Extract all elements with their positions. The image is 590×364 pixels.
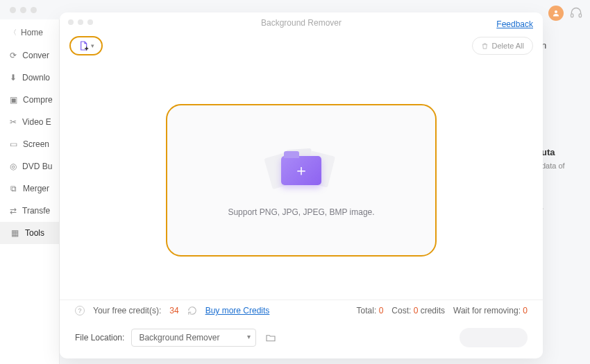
help-icon[interactable]: ? xyxy=(75,306,85,315)
svg-rect-1 xyxy=(571,14,573,17)
credits-label: Your free credit(s): xyxy=(93,306,161,315)
sidebar-item-screen[interactable]: ▭Screen xyxy=(0,133,59,155)
background-fragments: n uta data of . xyxy=(541,40,583,211)
toolbar: ▾ Delete All xyxy=(60,33,543,61)
support-text: Support PNG, JPG, JPEG, BMP image. xyxy=(228,207,374,217)
sidebar-item-dvd[interactable]: ◎DVD Bu xyxy=(0,155,59,177)
credits-bar: ? Your free credit(s): 34 Buy more Credi… xyxy=(60,300,543,321)
home-label: Home xyxy=(21,28,43,37)
wait-stat: Wait for removing: 0 xyxy=(453,306,528,315)
sidebar-item-tools[interactable]: ▦Tools xyxy=(0,222,59,244)
sidebar-item-video-edit[interactable]: ✂Video E xyxy=(0,111,59,133)
cost-stat: Cost: 0 credits xyxy=(391,306,445,315)
open-folder-button[interactable] xyxy=(263,330,278,345)
screen-icon: ▭ xyxy=(10,139,17,149)
grid-icon: ▦ xyxy=(10,228,19,238)
sidebar-item-download[interactable]: ⬇Downlo xyxy=(0,67,59,89)
loop-icon: ⟳ xyxy=(10,51,17,60)
folder-plus-icon: ＋ xyxy=(281,156,321,185)
avatar[interactable] xyxy=(548,6,564,21)
folder-icon xyxy=(265,332,276,343)
support-icon[interactable] xyxy=(569,6,583,20)
scissors-icon: ✂ xyxy=(10,117,17,127)
modal-title: Background Remover xyxy=(60,12,543,33)
sidebar-item-transfer[interactable]: ⇄Transfe xyxy=(0,200,59,222)
compress-icon: ▣ xyxy=(10,95,17,105)
background-remover-window: Background Remover Feedback ▾ Delete All… xyxy=(60,12,543,358)
svg-rect-2 xyxy=(579,14,581,17)
credits-value: 34 xyxy=(169,306,178,315)
refresh-icon[interactable] xyxy=(187,306,197,315)
modal-window-controls[interactable] xyxy=(68,19,93,25)
home-link[interactable]: 〈 Home xyxy=(0,24,59,44)
sidebar: 〈 Home ⟳Conver ⬇Downlo ▣Compre ✂Video E … xyxy=(0,19,60,364)
file-location-label: File Location: xyxy=(75,333,124,343)
feedback-link[interactable]: Feedback xyxy=(496,19,533,29)
download-icon: ⬇ xyxy=(10,73,17,83)
merge-icon: ⧉ xyxy=(10,184,17,193)
file-location-select[interactable]: Background Remover xyxy=(131,329,256,347)
folder-illustration: ＋ xyxy=(260,144,343,198)
chevron-down-icon: ▾ xyxy=(91,42,94,49)
delete-all-label: Delete All xyxy=(492,42,524,50)
sidebar-item-merger[interactable]: ⧉Merger xyxy=(0,177,59,200)
transfer-icon: ⇄ xyxy=(10,206,17,216)
buy-credits-link[interactable]: Buy more Credits xyxy=(205,306,270,315)
window-controls xyxy=(10,7,37,13)
drop-wrap: ＋ Support PNG, JPG, JPEG, BMP image. xyxy=(60,61,543,300)
trash-icon xyxy=(481,42,489,50)
svg-point-0 xyxy=(555,10,557,13)
sidebar-item-convert[interactable]: ⟳Conver xyxy=(0,44,59,67)
drop-area[interactable]: ＋ Support PNG, JPG, JPEG, BMP image. xyxy=(166,104,437,257)
primary-action-button[interactable] xyxy=(460,328,528,347)
bottom-bar: File Location: Background Remover ▾ xyxy=(60,321,543,358)
topright xyxy=(548,6,583,21)
chevron-left-icon: 〈 xyxy=(10,28,17,37)
disc-icon: ◎ xyxy=(10,162,17,171)
file-plus-icon xyxy=(78,40,89,51)
total-stat: Total: 0 xyxy=(357,306,384,315)
add-file-button[interactable]: ▾ xyxy=(69,36,103,55)
file-location-select-wrap: Background Remover ▾ xyxy=(131,329,256,347)
delete-all-button[interactable]: Delete All xyxy=(472,37,533,55)
sidebar-item-compress[interactable]: ▣Compre xyxy=(0,89,59,111)
